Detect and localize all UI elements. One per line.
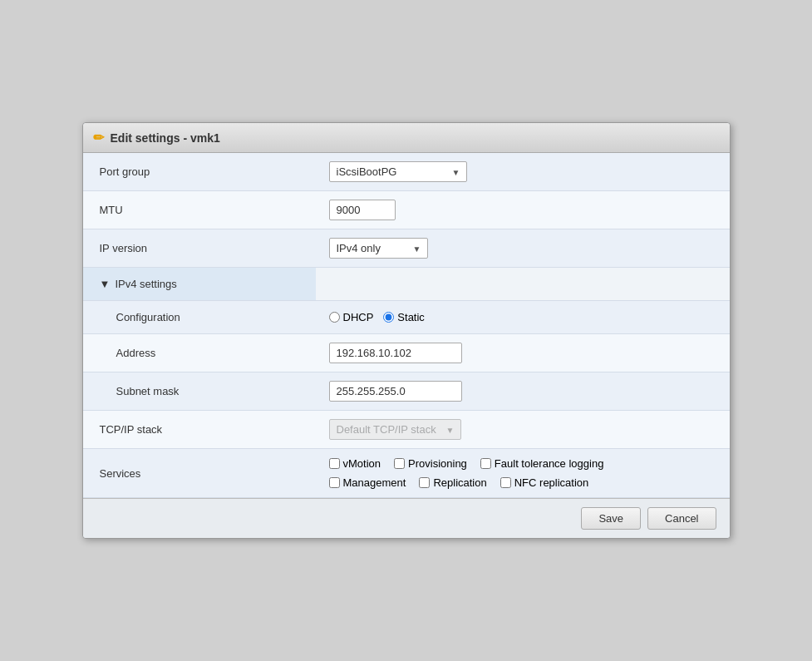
port-group-select[interactable]: iScsiBootPG VM Network Management Networ… [329,161,467,182]
tcpip-stack-row: TCP/IP stack Default TCP/IP stack ▼ [83,411,730,449]
mtu-input[interactable] [329,200,396,220]
mtu-row: MTU [83,191,730,229]
port-group-row: Port group iScsiBootPG VM Network Manage… [83,153,730,191]
ip-version-select-wrapper: IPv4 only IPv6 only IPv4 and IPv6 ▼ [329,238,428,259]
fault-tolerance-label-text: Fault tolerance logging [495,457,604,470]
dialog-title: Edit settings - vmk1 [111,131,220,145]
ipv4-toggle-icon: ▼ [100,278,111,290]
tcpip-stack-label: TCP/IP stack [83,411,316,449]
configuration-row: Configuration DHCP Static [83,301,730,334]
replication-checkbox-label[interactable]: Replication [419,476,486,489]
ip-version-label: IP version [83,229,316,268]
tcpip-stack-select-wrapper: Default TCP/IP stack ▼ [329,419,461,440]
configuration-value: DHCP Static [316,301,730,334]
ipv4-section-header[interactable]: ▼ IPv4 settings [83,268,730,301]
edit-settings-dialog: ✏ Edit settings - vmk1 Port group iScsiB… [82,122,731,539]
port-group-value: iScsiBootPG VM Network Management Networ… [316,153,730,191]
nfc-replication-checkbox-label[interactable]: NFC replication [500,476,589,489]
vmotion-checkbox-label[interactable]: vMotion [329,457,381,470]
management-checkbox[interactable] [329,477,340,488]
ip-version-select[interactable]: IPv4 only IPv6 only IPv4 and IPv6 [329,238,428,259]
pencil-icon: ✏ [93,130,104,146]
port-group-select-wrapper: iScsiBootPG VM Network Management Networ… [329,161,467,182]
replication-checkbox[interactable] [419,477,430,488]
replication-label-text: Replication [433,476,486,489]
save-button[interactable]: Save [581,507,641,530]
provisioning-checkbox-label[interactable]: Provisioning [394,457,467,470]
management-checkbox-label[interactable]: Management [329,476,406,489]
cancel-button[interactable]: Cancel [647,507,716,530]
address-label: Address [83,334,316,372]
static-label-text: Static [397,311,425,323]
dialog-body: Port group iScsiBootPG VM Network Manage… [83,153,730,498]
tcpip-stack-value: Default TCP/IP stack ▼ [316,411,730,449]
services-checkbox-group: vMotion Provisioning Fault tolerance log… [329,457,716,489]
form-table: Port group iScsiBootPG VM Network Manage… [83,153,730,498]
management-label-text: Management [343,476,406,489]
dialog-title-bar: ✏ Edit settings - vmk1 [83,123,730,153]
subnet-mask-row: Subnet mask [83,372,730,411]
dhcp-radio[interactable] [329,312,340,323]
provisioning-label-text: Provisioning [408,457,467,470]
dialog-footer: Save Cancel [83,498,730,538]
fault-tolerance-checkbox-label[interactable]: Fault tolerance logging [480,457,604,470]
static-radio-label[interactable]: Static [383,311,425,323]
subnet-mask-value [316,372,730,411]
subnet-mask-label: Subnet mask [83,372,316,411]
nfc-replication-checkbox[interactable] [500,477,511,488]
address-value [316,334,730,372]
address-input[interactable] [329,343,462,363]
ip-version-value: IPv4 only IPv6 only IPv4 and IPv6 ▼ [316,229,730,268]
nfc-replication-label-text: NFC replication [514,476,589,489]
services-label: Services [83,449,316,498]
services-row-2: Management Replication NFC replication [329,476,716,489]
vmotion-checkbox[interactable] [329,458,340,469]
vmotion-label-text: vMotion [343,457,381,470]
port-group-label: Port group [83,153,316,191]
dhcp-radio-label[interactable]: DHCP [329,311,374,323]
fault-tolerance-checkbox[interactable] [480,458,491,469]
provisioning-checkbox[interactable] [394,458,405,469]
services-row: Services vMotion Provisioning [83,449,730,498]
mtu-label: MTU [83,191,316,229]
services-value: vMotion Provisioning Fault tolerance log… [316,449,730,498]
services-row-1: vMotion Provisioning Fault tolerance log… [329,457,716,470]
configuration-radio-group: DHCP Static [329,311,716,323]
address-row: Address [83,334,730,372]
ipv4-section-label[interactable]: ▼ IPv4 settings [83,268,316,300]
mtu-value [316,191,730,229]
configuration-label: Configuration [83,301,316,334]
dhcp-label-text: DHCP [343,311,374,323]
static-radio[interactable] [383,312,394,323]
tcpip-stack-select[interactable]: Default TCP/IP stack [329,419,461,440]
ip-version-row: IP version IPv4 only IPv6 only IPv4 and … [83,229,730,268]
subnet-mask-input[interactable] [329,381,462,402]
